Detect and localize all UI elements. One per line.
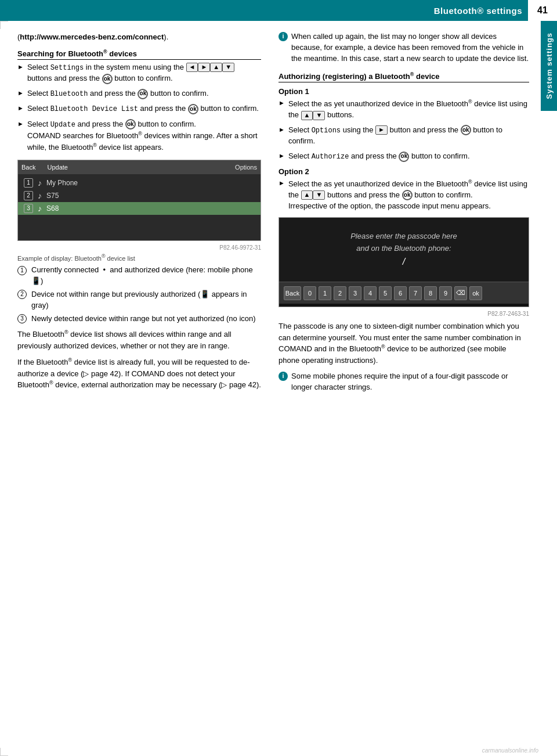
ss-item-label-3: S68 xyxy=(46,204,59,213)
legend-text-1: Currently connected • and authorized dev… xyxy=(31,265,261,287)
numbar-5: 5 xyxy=(379,286,392,300)
r-bullet-text-3: Select Authorize and press the ok button… xyxy=(288,151,529,162)
para3: The passcode is any one to sixteen-digit… xyxy=(278,321,529,366)
r-bullet-arrow-2: ► xyxy=(278,125,285,135)
header-bar: Bluetooth® settings 41 xyxy=(0,0,557,21)
ss-list-item-2: 2 ♪ S75 xyxy=(18,189,261,202)
ss-item-icon-1: ♪ xyxy=(38,178,42,188)
r-bullet-text-4: Select the as yet unauthorized device in… xyxy=(288,178,529,212)
r-bullet-arrow-3: ► xyxy=(278,152,285,161)
numbar-8: 8 xyxy=(424,286,437,300)
ss-device-list: 1 ♪ My Phone 2 ♪ S75 3 ♪ S68 xyxy=(18,174,261,240)
legend-num-2: 2 xyxy=(17,290,27,299)
bullet-3: ► Select Bluetooth Device List and press… xyxy=(17,103,261,114)
bullet-4: ► Select Update and press the ok button … xyxy=(17,119,261,154)
ss-item-label-2: S75 xyxy=(46,192,59,200)
passcode-numbar: Back 0 1 2 3 4 5 6 7 8 9 ⌫ ok xyxy=(279,282,529,304)
ss-item-num-1: 1 xyxy=(24,178,33,188)
bullet-text-2: Select Bluetooth and press the ok button… xyxy=(27,88,261,99)
ss-list-item-1: 1 ♪ My Phone xyxy=(18,177,261,189)
numbar-1: 1 xyxy=(319,286,331,300)
passcode-screen: Please enter the passcode here and on th… xyxy=(279,218,529,282)
legend-num-3: 3 xyxy=(17,314,27,323)
numbar-7: 7 xyxy=(409,286,422,300)
numbar-del: ⌫ xyxy=(454,286,467,300)
screenshot2-caption: P82.87-2463-31 xyxy=(278,311,529,317)
r-bullet-text-1: Select the as yet unauthorized device in… xyxy=(288,98,529,121)
r-bullet-arrow-1: ► xyxy=(278,99,285,108)
ss-item-num-3: 3 xyxy=(24,204,33,213)
main-content: (http://www.mercedes-benz.com/connect). … xyxy=(0,21,541,756)
watermark: carmanualsonline.info xyxy=(482,747,538,754)
passcode-screenshot: Please enter the passcode here and on th… xyxy=(278,217,529,307)
bullet-2: ► Select Bluetooth and press the ok butt… xyxy=(17,88,261,99)
left-column: (http://www.mercedes-benz.com/connect). … xyxy=(17,31,273,746)
para2: If the Bluetooth® device list is already… xyxy=(17,357,261,391)
passcode-cursor: / xyxy=(403,254,405,269)
numbar-4: 4 xyxy=(364,286,377,300)
info-box-1: i When called up again, the list may no … xyxy=(278,31,529,64)
bullet-1: ► Select Settings in the system menu usi… xyxy=(17,62,261,84)
bullet-arrow-4: ► xyxy=(17,120,24,129)
option1-label: Option 1 xyxy=(278,87,529,96)
side-tab: System settings xyxy=(541,21,557,111)
info-icon-2: i xyxy=(278,372,288,381)
bullet-arrow-1: ► xyxy=(17,63,24,72)
legend-text-2: Device not within range but previously a… xyxy=(31,289,261,311)
info-text-1: When called up again, the list may no lo… xyxy=(291,31,529,64)
numbar-9: 9 xyxy=(439,286,452,300)
intro-text: (http://www.mercedes-benz.com/connect). xyxy=(17,31,261,43)
r-bullet-3: ► Select Authorize and press the ok butt… xyxy=(278,151,529,162)
numbar-3: 3 xyxy=(349,286,361,300)
screenshot1-caption: P82.46-9972-31 xyxy=(17,244,261,251)
bullet-text-3: Select Bluetooth Device List and press t… xyxy=(27,103,261,114)
section2-heading: Authorizing (registering) a Bluetooth® d… xyxy=(278,71,529,82)
bluetooth-list-screenshot: Back Update Options 1 ♪ My Phone 2 ♪ S75 xyxy=(17,160,261,241)
info-box-2: i Some mobile phones require the input o… xyxy=(278,371,529,393)
bullet-text-1: Select Settings in the system menu using… xyxy=(27,62,261,84)
numbar-0: 0 xyxy=(303,286,316,300)
numbar-back: Back xyxy=(284,286,301,300)
ss-item-icon-2: ♪ xyxy=(38,191,42,200)
numbar-6: 6 xyxy=(394,286,407,300)
numbar-ok: ok xyxy=(469,286,482,300)
r-bullet-arrow-4: ► xyxy=(278,179,285,188)
ss-item-num-2: 2 xyxy=(24,191,33,200)
legend-num-1: 1 xyxy=(17,266,27,275)
option2-label: Option 2 xyxy=(278,167,529,176)
ss-item-icon-3: ♪ xyxy=(38,204,42,213)
right-column: i When called up again, the list may no … xyxy=(273,31,529,746)
ss-back-btn: Back xyxy=(21,164,35,171)
passcode-line2: and on the Bluetooth phone: xyxy=(356,243,451,255)
para1: The Bluetooth® device list shows all dev… xyxy=(17,329,261,351)
legend-item-1: 1 Currently connected • and authorized d… xyxy=(17,265,261,287)
ss-update-btn: Update xyxy=(47,164,67,171)
side-tab-label: System settings xyxy=(545,33,554,99)
info-text-2: Some mobile phones require the input of … xyxy=(291,371,529,393)
r-bullet-text-2: Select Options using the ► button and pr… xyxy=(288,125,529,147)
bullet-arrow-3: ► xyxy=(17,104,24,113)
r-bullet-4: ► Select the as yet unauthorized device … xyxy=(278,178,529,212)
page-number: 41 xyxy=(527,0,557,21)
info-icon-1: i xyxy=(278,32,288,41)
ss-options-btn: Options xyxy=(235,164,257,171)
bullet-text-4: Select Update and press the ok button to… xyxy=(27,119,261,154)
legend-text-3: Newly detected device within range but n… xyxy=(31,314,256,325)
numbar-2: 2 xyxy=(334,286,346,300)
legend-caption: Example of display: Bluetooth® device li… xyxy=(17,253,261,262)
header-title: Bluetooth® settings xyxy=(434,6,522,16)
ss-item-label-1: My Phone xyxy=(46,179,78,187)
ss-list-item-3: 3 ♪ S68 xyxy=(18,202,261,215)
r-bullet-1: ► Select the as yet unauthorized device … xyxy=(278,98,529,121)
legend-item-2: 2 Device not within range but previously… xyxy=(17,289,261,311)
passcode-line1: Please enter the passcode here xyxy=(350,231,457,243)
legend-item-3: 3 Newly detected device within range but… xyxy=(17,314,261,325)
section1-heading: Searching for Bluetooth® devices xyxy=(17,49,261,60)
bullet-arrow-2: ► xyxy=(17,89,24,98)
r-bullet-2: ► Select Options using the ► button and … xyxy=(278,125,529,147)
